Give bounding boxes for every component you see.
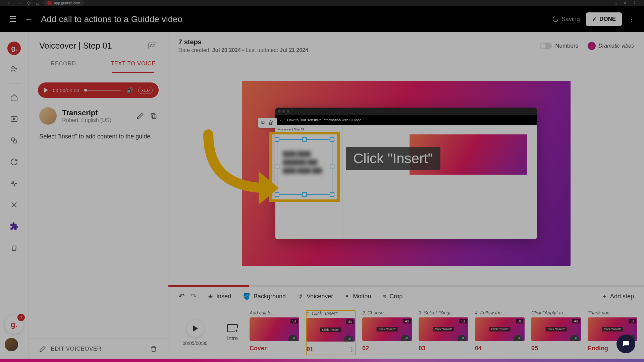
done-button[interactable]: ✓ DONE [586, 12, 622, 26]
selection-toolbar[interactable]: ⧉ 🗑 [258, 118, 277, 128]
home-icon[interactable] [7, 90, 21, 105]
browser-menu-icon[interactable]: ⋮ [632, 0, 637, 6]
tab-record[interactable]: RECORD [29, 55, 98, 73]
add-intro-button[interactable]: Intro [221, 310, 244, 355]
trash-rail-icon[interactable] [7, 240, 21, 255]
numbers-toggle[interactable] [540, 43, 552, 49]
step-duration: 5s [290, 319, 298, 323]
browser-url-pill[interactable]: app.guidde.com [43, 0, 84, 6]
music-note-icon: ♪ [588, 42, 596, 50]
svg-point-0 [553, 17, 558, 22]
support-chat-button[interactable] [616, 335, 635, 353]
step-thumbnail[interactable]: 3s Click "Insert" 🎤 [475, 317, 525, 341]
step-thumbnail[interactable]: 4s Click "Insert" 🎤 [307, 318, 355, 342]
plus-circle-icon: ⊕ [208, 293, 213, 300]
step-duration: 5s [629, 319, 636, 323]
motion-tool[interactable]: ✦Motion [344, 293, 371, 300]
step-duration: 5s [460, 319, 467, 323]
user-avatar-rail[interactable] [5, 338, 18, 351]
play-icon[interactable] [44, 87, 48, 93]
step-duration: 4s [572, 319, 580, 323]
redo-icon[interactable]: ↷ [191, 292, 197, 301]
steps-count: 7 steps [178, 38, 308, 46]
step-caption: 3. Select "Singl… [419, 310, 468, 315]
app-logo[interactable]: g. [7, 42, 21, 55]
step-caption: 4. Follow the… [475, 310, 525, 315]
svg-point-1 [12, 66, 14, 69]
speaker-name: Robert, English (US) [62, 117, 111, 123]
notifications-badge[interactable]: g. 7 [5, 315, 23, 334]
delete-voiceover-icon[interactable] [150, 345, 157, 353]
shapes-icon[interactable] [7, 133, 21, 148]
step-thumbnail[interactable]: 4s Click "Insert" 🎤 [362, 317, 412, 341]
activity-icon[interactable] [7, 176, 21, 191]
invite-user-icon[interactable] [7, 62, 21, 76]
camera-plus-icon [227, 324, 238, 332]
plus-icon: ＋ [601, 292, 607, 300]
step-thumbnail[interactable]: 5s Click "Insert" 🎤 [419, 317, 468, 341]
header-kebab-icon[interactable]: ⋮ [628, 15, 635, 23]
background-tool[interactable]: 🪣Background [243, 293, 286, 300]
browser-back-icon[interactable]: ← [7, 0, 12, 6]
browser-reload-icon[interactable]: ⟳ [27, 0, 31, 6]
timeline-step[interactable]: 4. Follow the… 3s Click "Insert" 🎤 04 [475, 310, 525, 355]
refresh-icon[interactable] [7, 155, 21, 169]
videos-icon[interactable] [7, 112, 21, 126]
hamburger-icon[interactable]: ☰ [9, 14, 17, 24]
step-thumbnail[interactable]: 5s 🎤 [250, 317, 299, 341]
voiceover-tool[interactable]: 🎙Voiceover [297, 293, 333, 300]
project-dates: Date created: Jul 20 2024 • Last updated… [178, 47, 308, 53]
app-header: ☰ ← Add call to actions to a Guidde vide… [0, 6, 644, 32]
pencil-icon [39, 346, 46, 352]
step-caption: 1. Click "Insert" [307, 311, 355, 316]
editor-toolbar: ↶ ↷ ⊕Insert 🪣Background 🎙Voiceover ✦Moti… [168, 287, 644, 306]
editor-canvas-panel: 7 steps Date created: Jul 20 2024 • Last… [168, 32, 644, 359]
browser-bookmark-icon[interactable]: ☆ [613, 0, 618, 6]
undo-icon[interactable]: ↶ [178, 292, 184, 301]
site-favicon [47, 1, 52, 5]
timeline-time: 00:05/00:30 [183, 341, 208, 346]
step-duration: 3s [516, 319, 523, 323]
browser-extensions-icon[interactable]: ✦ [623, 0, 627, 6]
audio-player: 00:00/00:03 🔊 x1.0 [38, 82, 159, 98]
playback-speed[interactable]: x1.0 [138, 87, 153, 94]
audio-progress[interactable] [84, 90, 122, 91]
copy-transcript-icon[interactable] [150, 112, 157, 120]
timeline-step[interactable]: Add call to… 5s 🎤 Cover [250, 310, 299, 355]
numbers-label: Numbers [555, 43, 578, 49]
audio-time: 00:00/00:03 [53, 87, 79, 93]
extension-icon[interactable] [7, 219, 21, 234]
playback-progress[interactable] [168, 285, 644, 287]
timeline-play-button[interactable] [186, 320, 204, 337]
timeline-step[interactable]: 3. Select "Singl… 5s Click "Insert" 🎤 03 [419, 310, 468, 355]
design-icon[interactable] [7, 197, 21, 212]
step-thumbnail[interactable]: 4s Click "Insert" 🎤 [531, 317, 581, 341]
music-vibes[interactable]: ♪ Dramatic vibes [588, 42, 634, 50]
editor-canvas[interactable]: ←How to Blur sensitive information with … [242, 81, 571, 266]
crop-tool[interactable]: ⧆Crop [382, 293, 402, 300]
captions-icon[interactable]: CC [148, 43, 157, 49]
step-mic-icon: 🎤 [570, 335, 579, 341]
back-arrow-icon[interactable]: ← [25, 14, 33, 24]
timeline-step[interactable]: 2. Choose… 4s Click "Insert" 🎤 02 [362, 310, 412, 355]
edit-transcript-icon[interactable] [137, 112, 144, 120]
browser-forward-icon[interactable]: → [17, 0, 22, 6]
badge-count: 7 [17, 314, 25, 321]
pointer-arrow-icon [202, 128, 296, 215]
step-kebab-icon[interactable]: ⋮ [349, 346, 355, 353]
step-mic-icon: 🎤 [288, 335, 297, 341]
browser-home-icon[interactable]: ⌂ [36, 0, 39, 6]
insert-tool[interactable]: ⊕Insert [208, 293, 231, 300]
timeline-step[interactable]: 1. Click "Insert" 4s Click "Insert" 🎤 01… [306, 310, 356, 355]
browser-url-text: app.guidde.com [54, 1, 80, 5]
trash-icon[interactable]: 🗑 [268, 120, 274, 126]
volume-icon[interactable]: 🔊 [126, 86, 133, 94]
copy-icon[interactable]: ⧉ [261, 120, 265, 126]
timeline-step[interactable]: Click "Apply" to… 4s Click "Insert" 🎤 05 [531, 310, 581, 355]
edit-voiceover-button[interactable]: EDIT VOICEOVER [51, 346, 101, 352]
step-caption: 2. Choose… [362, 310, 412, 315]
panel-title: Voiceover | Step 01 [39, 41, 112, 51]
add-step-button[interactable]: ＋Add step [601, 292, 634, 300]
tab-text-to-voice[interactable]: TEXT TO VOICE [98, 55, 168, 73]
step-caption: Thank you [588, 310, 637, 315]
